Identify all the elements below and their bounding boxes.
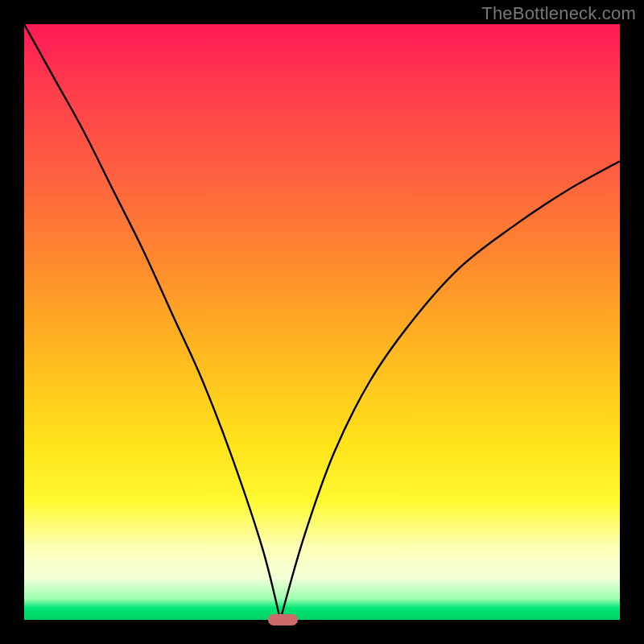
curve-layer <box>24 24 620 620</box>
chart-frame: TheBottleneck.com <box>0 0 644 644</box>
optimum-marker <box>268 614 298 625</box>
bottleneck-curve-right <box>280 161 620 620</box>
bottleneck-curve-left <box>24 24 280 620</box>
watermark-text: TheBottleneck.com <box>481 3 636 24</box>
plot-area <box>24 24 620 620</box>
